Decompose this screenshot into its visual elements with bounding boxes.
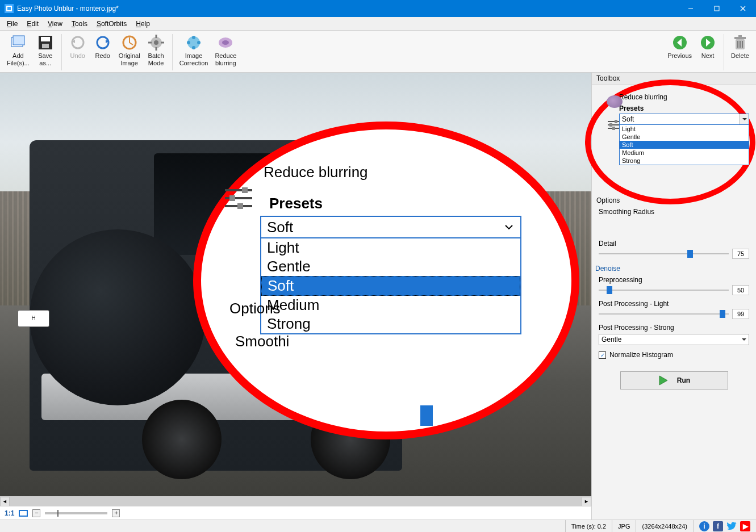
window-title: Easy Photo Unblur - montero.jpg* xyxy=(17,5,678,12)
image-correction-button[interactable]: Image Correction xyxy=(176,33,212,68)
pp-strong-select[interactable]: Gentle xyxy=(599,334,749,345)
svg-point-12 xyxy=(72,37,83,48)
zoom-slider-track[interactable] xyxy=(45,512,107,514)
smoothing-radius-label: Smoothing Radius xyxy=(599,208,749,216)
batch-mode-button[interactable]: Batch Mode xyxy=(144,33,169,68)
svg-rect-47 xyxy=(612,127,615,130)
zoom-preset-option-selected[interactable]: Soft xyxy=(261,276,520,296)
toolbar: Add File(s)... Save as... Undo Redo Orig… xyxy=(0,31,756,73)
info-icon[interactable]: i xyxy=(699,521,709,531)
detail-value[interactable]: 75 xyxy=(732,249,749,259)
next-button[interactable]: Next xyxy=(695,33,720,61)
preset-option[interactable]: Gentle xyxy=(620,133,749,141)
reduce-blurring-icon xyxy=(607,95,623,108)
preprocessing-value[interactable]: 50 xyxy=(732,285,749,295)
zoom-in-button[interactable]: + xyxy=(112,509,120,517)
reduce-blurring-icon xyxy=(217,34,234,51)
preset-option[interactable]: Medium xyxy=(620,149,749,157)
facebook-icon[interactable]: f xyxy=(713,521,723,531)
sliders-icon xyxy=(607,119,620,131)
license-plate: H xyxy=(18,310,49,327)
youtube-icon[interactable]: ▶ xyxy=(740,521,750,531)
svg-rect-10 xyxy=(41,37,50,41)
zoom-bar: 1:1 − + xyxy=(0,506,591,520)
run-icon xyxy=(658,375,669,386)
pp-light-label: Post Processing - Light xyxy=(599,300,749,308)
delete-button[interactable]: Delete xyxy=(728,33,753,61)
preset-option-selected[interactable]: Soft xyxy=(620,141,749,149)
menu-tools[interactable]: Tools xyxy=(67,19,92,29)
window-minimize-button[interactable] xyxy=(678,0,704,17)
menu-edit[interactable]: Edit xyxy=(22,19,43,29)
original-image-button[interactable]: Original Image xyxy=(115,33,144,68)
scroll-right-button[interactable]: ► xyxy=(582,497,591,506)
zoom-preset-option[interactable]: Strong xyxy=(261,315,520,333)
preset-combo[interactable]: Soft xyxy=(619,114,749,125)
svg-rect-40 xyxy=(229,195,235,201)
zoom-slider[interactable] xyxy=(286,405,548,426)
presets-label: Presets xyxy=(619,104,749,112)
svg-point-24 xyxy=(187,41,190,44)
menu-softorbits[interactable]: SoftOrbits xyxy=(92,19,131,29)
scroll-left-button[interactable]: ◄ xyxy=(0,497,10,506)
pp-light-slider-thumb[interactable] xyxy=(720,310,725,318)
content-area: H Reduce blurring Presets Soft xyxy=(0,73,756,520)
svg-rect-41 xyxy=(237,203,243,209)
scroll-track[interactable] xyxy=(10,497,582,506)
pp-light-value[interactable]: 99 xyxy=(732,309,749,319)
svg-rect-8 xyxy=(13,36,24,45)
toolbar-separator xyxy=(61,34,62,70)
zoom-out-button[interactable]: − xyxy=(32,509,40,517)
zoom-preset-list[interactable]: Light Gentle Soft Medium Strong xyxy=(260,238,521,334)
run-button[interactable]: Run xyxy=(620,371,728,389)
detail-slider-thumb[interactable] xyxy=(687,250,693,258)
preprocessing-slider[interactable] xyxy=(599,285,729,295)
app-icon xyxy=(5,4,14,13)
svg-rect-2 xyxy=(7,7,11,10)
normalize-histogram-checkbox[interactable]: ✓ xyxy=(599,351,606,359)
preprocessing-slider-thumb[interactable] xyxy=(607,286,612,294)
zoom-slider-thumb[interactable] xyxy=(420,405,433,426)
normalize-histogram-row[interactable]: ✓ Normalize Histogram xyxy=(599,351,749,359)
fit-screen-icon[interactable] xyxy=(19,510,28,517)
previous-button[interactable]: Previous xyxy=(664,33,695,61)
delete-icon xyxy=(732,34,749,51)
next-icon xyxy=(699,34,716,51)
undo-button[interactable]: Undo xyxy=(65,33,90,61)
zoom-preset-option[interactable]: Light xyxy=(261,238,520,257)
preset-option[interactable]: Light xyxy=(620,125,749,133)
zoom-preset-combo[interactable]: Soft xyxy=(260,216,521,238)
preset-option[interactable]: Strong xyxy=(620,157,749,165)
pp-strong-value: Gentle xyxy=(602,336,621,344)
pp-light-slider[interactable] xyxy=(599,309,729,319)
svg-point-22 xyxy=(192,36,195,39)
window-close-button[interactable] xyxy=(730,0,756,17)
svg-rect-45 xyxy=(615,120,617,123)
titlebar: Easy Photo Unblur - montero.jpg* xyxy=(0,0,756,17)
menu-help[interactable]: Help xyxy=(131,19,154,29)
svg-point-25 xyxy=(197,41,201,44)
svg-rect-39 xyxy=(242,187,248,193)
menu-file[interactable]: File xyxy=(2,19,22,29)
horizontal-scrollbar[interactable]: ◄ ► xyxy=(0,496,591,506)
scroll-thumb[interactable] xyxy=(10,497,581,506)
chevron-down-icon xyxy=(740,114,749,124)
reduce-blurring-button[interactable]: Reduce blurring xyxy=(211,33,240,68)
preset-dropdown-list[interactable]: Light Gentle Soft Medium Strong xyxy=(619,125,749,165)
svg-rect-31 xyxy=(734,37,746,39)
zoom-preset-option[interactable]: Gentle xyxy=(261,257,520,276)
preset-selected-value: Soft xyxy=(622,115,634,123)
zoom-preset-option[interactable]: Medium xyxy=(261,296,520,315)
toolbar-separator xyxy=(172,34,173,70)
status-format: JPG xyxy=(612,520,636,532)
preprocessing-label: Preprocessing xyxy=(599,276,749,284)
twitter-icon[interactable] xyxy=(726,521,737,531)
svg-point-13 xyxy=(97,37,108,48)
image-canvas[interactable]: H Reduce blurring Presets Soft xyxy=(0,73,591,496)
save-as-button[interactable]: Save as... xyxy=(33,33,58,68)
redo-button[interactable]: Redo xyxy=(90,33,115,61)
detail-slider[interactable] xyxy=(599,249,729,259)
add-files-button[interactable]: Add File(s)... xyxy=(3,33,33,68)
window-maximize-button[interactable] xyxy=(704,0,730,17)
menu-view[interactable]: View xyxy=(43,19,67,29)
